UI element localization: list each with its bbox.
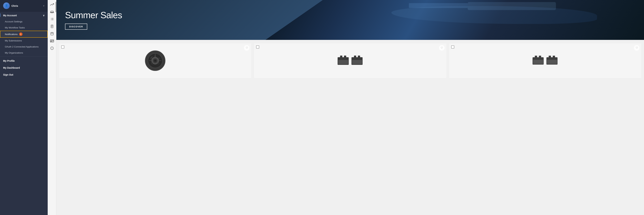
product-3-wishlist-button[interactable]: ♡ — [634, 45, 640, 51]
svg-rect-37 — [344, 56, 346, 58]
my-dashboard-label: My Dashboard — [3, 66, 20, 69]
sidebar-item-sign-out[interactable]: Sign Out — [0, 71, 48, 78]
product-card-3: ♡ — [449, 43, 641, 78]
my-account-label: My Account — [3, 14, 17, 17]
brake-pads-2-image — [531, 52, 559, 69]
my-account-chevron-icon: ∨ — [43, 14, 44, 17]
avatar-initials: 👤 — [3, 2, 10, 9]
notifications-badge: 1 — [19, 32, 22, 36]
icon-rail — [48, 0, 56, 215]
svg-rect-61 — [552, 56, 555, 58]
product-1-wishlist-button[interactable]: ♡ — [244, 45, 250, 51]
svg-point-32 — [152, 62, 153, 64]
svg-rect-60 — [549, 56, 551, 58]
product-2-wishlist-button[interactable]: ♡ — [439, 45, 444, 51]
my-organizations-label: My Organizations — [5, 52, 23, 54]
submissions-label: My Submissions — [5, 39, 22, 42]
svg-rect-12 — [51, 32, 53, 35]
sidebar-item-my-profile[interactable]: My Profile — [0, 58, 48, 64]
alert-icon[interactable] — [49, 45, 55, 51]
workflow-tasks-label: My Workflow Tasks — [5, 26, 25, 29]
sidebar-item-submissions[interactable]: My Submissions — [0, 38, 48, 44]
sidebar: 👤 Chris ∨ My Account ∨ Account Settings … — [0, 0, 48, 215]
sign-out-label: Sign Out — [3, 73, 13, 76]
user-name: Chris — [12, 4, 41, 7]
sidebar-divider-1 — [0, 56, 48, 57]
my-profile-label: My Profile — [3, 60, 15, 62]
oauth-apps-label: OAuth 2 Connected Applications — [5, 46, 38, 48]
product-1-checkbox[interactable] — [61, 46, 64, 48]
sidebar-item-my-organizations[interactable]: My Organizations — [0, 50, 48, 56]
svg-point-28 — [154, 60, 156, 62]
svg-point-17 — [51, 40, 52, 41]
brake-disc-image — [144, 50, 166, 72]
main-wrapper: Summer Sales DISCOVER ♡ — [48, 0, 644, 215]
banner: Summer Sales DISCOVER — [56, 0, 644, 40]
svg-point-30 — [158, 58, 160, 59]
svg-rect-36 — [340, 56, 342, 58]
scroll-indicator — [56, 2, 56, 12]
svg-rect-52 — [535, 56, 537, 58]
banner-text: Summer Sales DISCOVER — [65, 10, 122, 30]
product-card-1: ♡ — [59, 43, 251, 78]
svg-rect-45 — [358, 56, 360, 58]
product-3-checkbox[interactable] — [451, 46, 454, 48]
list-icon[interactable] — [49, 16, 55, 22]
product-card-2: ♡ — [254, 43, 446, 78]
user-menu[interactable]: 👤 Chris ∨ — [0, 0, 48, 12]
discover-button[interactable]: DISCOVER — [65, 24, 87, 30]
content-area: Summer Sales DISCOVER ♡ — [56, 0, 644, 215]
product-grid: ♡ — [56, 43, 644, 81]
svg-rect-44 — [354, 56, 356, 58]
sidebar-item-my-dashboard[interactable]: My Dashboard — [0, 64, 48, 71]
notifications-label: Notifications — [5, 33, 18, 36]
document-icon[interactable] — [49, 23, 55, 30]
car-icon[interactable] — [49, 9, 55, 15]
svg-rect-53 — [539, 56, 541, 58]
sidebar-item-notifications[interactable]: Notifications 1 — [0, 31, 48, 38]
svg-point-31 — [158, 62, 159, 64]
product-2-checkbox[interactable] — [256, 46, 259, 48]
user-menu-chevron-icon: ∨ — [43, 4, 44, 7]
sidebar-item-account-settings[interactable]: Account Settings — [0, 18, 48, 24]
id-card-icon[interactable] — [49, 38, 55, 44]
account-settings-label: Account Settings — [5, 20, 22, 23]
svg-rect-46 — [352, 60, 362, 64]
banner-title: Summer Sales — [65, 10, 122, 20]
brake-pads-1-image — [336, 52, 364, 69]
trend-icon[interactable] — [49, 2, 55, 8]
sidebar-item-workflow-tasks[interactable]: My Workflow Tasks — [0, 24, 48, 31]
my-account-section[interactable]: My Account ∨ — [0, 12, 48, 18]
avatar: 👤 — [3, 2, 10, 9]
calendar-icon[interactable] — [49, 30, 55, 37]
sidebar-item-oauth-apps[interactable]: OAuth 2 Connected Applications — [0, 44, 48, 50]
svg-rect-38 — [338, 60, 348, 64]
